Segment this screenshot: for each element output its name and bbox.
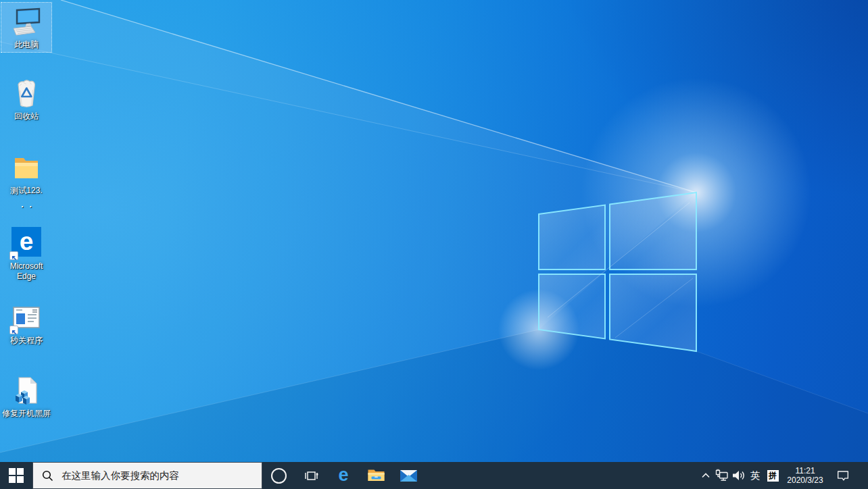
icon-label: 测试123.	[1, 186, 51, 196]
desktop-icon-registry-file[interactable]: 修复开机黑屏	[1, 371, 51, 421]
mail-button[interactable]	[392, 462, 425, 489]
cortana-button[interactable]	[262, 462, 295, 489]
clock-time: 11:21	[781, 466, 829, 475]
ime-indicator: 拼	[767, 470, 779, 482]
icon-label: Microsoft Edge	[1, 261, 51, 282]
volume-icon	[731, 468, 746, 483]
action-center-icon	[836, 468, 850, 483]
task-view-button[interactable]	[295, 462, 327, 489]
this-pc-icon	[10, 5, 43, 38]
volume-button[interactable]	[730, 462, 746, 489]
network-icon	[715, 468, 729, 483]
registry-file-icon	[10, 374, 43, 407]
language-indicator[interactable]: 英	[746, 462, 764, 489]
start-button[interactable]	[0, 462, 32, 489]
windows-logo-wallpaper	[0, 0, 868, 462]
search-icon	[42, 470, 53, 482]
icon-label: 回收站	[1, 111, 51, 122]
edge-taskbar-button[interactable]: e	[327, 462, 360, 489]
search-input[interactable]: 在这里输入你要搜索的内容	[32, 462, 262, 489]
edge-taskbar-icon: e	[333, 465, 354, 486]
icon-label: 秒关程序	[1, 336, 51, 346]
action-center-button[interactable]	[829, 462, 857, 489]
desktop-icon-recycle-bin[interactable]: 回收站	[1, 74, 51, 124]
icon-label: 此电脑	[1, 40, 51, 50]
start-icon	[9, 468, 24, 483]
folder-icon	[10, 151, 43, 184]
svg-text:e: e	[338, 465, 348, 485]
desktop-icon-microsoft-edge[interactable]: e Microsoft Edge	[1, 223, 51, 284]
desktop-icon-folder-test123[interactable]: 测试123. ..	[1, 149, 51, 209]
app-window-icon	[10, 301, 43, 334]
shortcut-arrow-icon	[9, 326, 18, 334]
clock[interactable]: 11:21 2020/3/23	[781, 462, 829, 489]
tray-overflow-button[interactable]	[698, 462, 714, 489]
icon-label: 修复开机黑屏	[1, 409, 51, 419]
desktop-icon-app-shortcut[interactable]: 秒关程序	[1, 299, 51, 348]
icon-label-ellipsis: ..	[1, 202, 51, 207]
file-explorer-icon	[367, 467, 385, 484]
edge-logo-icon: e	[10, 227, 43, 259]
recycle-bin-icon	[10, 77, 43, 109]
task-view-icon	[303, 467, 319, 484]
network-button[interactable]	[714, 462, 730, 489]
cortana-icon	[271, 468, 287, 484]
shortcut-arrow-icon	[9, 251, 18, 260]
desktop-icon-this-pc[interactable]: 此电脑	[1, 3, 51, 52]
tray-chevron-icon	[700, 470, 711, 481]
system-tray: 英 拼 11:21 2020/3/23	[698, 462, 868, 489]
mail-icon	[400, 469, 418, 483]
taskbar: 在这里输入你要搜索的内容 e	[0, 462, 868, 489]
search-placeholder: 在这里输入你要搜索的内容	[62, 469, 179, 482]
ime-mode-button[interactable]: 拼	[764, 462, 781, 489]
clock-date: 2020/3/23	[781, 475, 829, 485]
file-explorer-button[interactable]	[360, 462, 392, 489]
desktop-wallpaper: 此电脑 回收站 测试123. .. e	[0, 0, 868, 462]
